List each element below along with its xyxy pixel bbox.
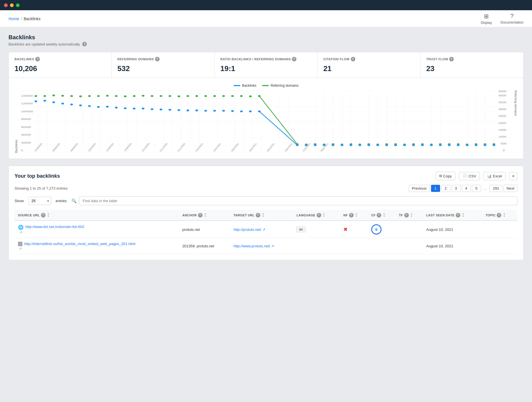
breadcrumb-current: Backlinks <box>24 16 40 21</box>
anchor-help[interactable]: ? <box>198 213 203 217</box>
metric-trust-value: 23 <box>426 64 517 73</box>
svg-text:0: 0 <box>503 149 505 152</box>
page-5[interactable]: 5 <box>472 185 481 192</box>
svg-text:120000: 120000 <box>21 102 33 105</box>
svg-text:500: 500 <box>501 142 507 145</box>
table-title: Your top backlinks <box>15 173 60 179</box>
nav-documentation[interactable]: ? Documentation <box>500 13 523 24</box>
legend-backlinks-color <box>234 85 240 86</box>
anchor-sort[interactable]: ▲ ▼ <box>204 213 207 217</box>
backlinks-help-icon[interactable]: ? <box>35 57 40 61</box>
referring-help-icon[interactable]: ? <box>155 57 160 61</box>
source-url-help[interactable]: ? <box>41 213 46 217</box>
chart-area: Backlinks 0 20000 40000 60000 <box>15 90 517 153</box>
svg-point-35 <box>178 96 180 98</box>
display-label: Display <box>481 21 492 25</box>
target-url-help[interactable]: ? <box>256 213 260 217</box>
svg-point-86 <box>186 109 189 111</box>
svg-point-78 <box>115 107 117 109</box>
page-3[interactable]: 3 <box>451 185 461 192</box>
ratio-help-icon[interactable]: ? <box>292 57 296 61</box>
table-controls-top: Showing 1 to 25 of 7,273 entries Previou… <box>15 185 517 192</box>
svg-point-28 <box>115 95 117 97</box>
metric-backlinks: BACKLINKS ? 10,206 <box>9 52 112 78</box>
show-select[interactable]: 10 25 50 100 <box>28 197 51 205</box>
svg-point-30 <box>133 95 135 97</box>
svg-point-100 <box>332 144 334 146</box>
tf-sort[interactable]: ▲ ▼ <box>411 213 413 217</box>
source-url-sort[interactable]: ▲ ▼ <box>47 213 50 217</box>
col-anchor: Anchor ? ▲ ▼ <box>179 210 230 221</box>
svg-point-71 <box>52 101 55 103</box>
nf-sort[interactable]: ▲ ▼ <box>355 213 358 217</box>
svg-point-96 <box>296 144 298 146</box>
last-seen-sort[interactable]: ▲ ▼ <box>462 213 464 217</box>
source-url-link[interactable]: http://internetfind.us/the_worlds_most_v… <box>24 242 135 246</box>
svg-point-75 <box>88 105 91 107</box>
svg-point-88 <box>204 110 207 112</box>
metric-ratio: RATIO BACKLINKS / REFERRING DOMAINS ? 19… <box>215 52 318 78</box>
show-select-wrapper: 10 25 50 100 <box>28 197 51 205</box>
traffic-light-green[interactable] <box>16 3 20 7</box>
metric-citation-flow: CITATION FLOW ? 21 <box>317 52 420 78</box>
svg-text:20000: 20000 <box>21 141 31 144</box>
language-help[interactable]: ? <box>317 213 321 217</box>
anchor-text: protuts.net <box>182 227 200 232</box>
traffic-light-yellow[interactable] <box>10 3 14 7</box>
page-1[interactable]: 1 <box>431 185 440 192</box>
cf-cell <box>368 238 396 254</box>
cf-help[interactable]: ? <box>377 213 381 217</box>
source-url-link[interactable]: http://www.list.net.in/domain-list-602 <box>25 225 84 229</box>
target-url-sort[interactable]: ▲ ▼ <box>262 213 264 217</box>
metric-citation-value: 21 <box>323 64 415 73</box>
svg-point-29 <box>124 96 126 98</box>
main-content: Backlinks Backlinks are updated weekly a… <box>0 27 532 267</box>
topic-sort[interactable]: ▲ ▼ <box>503 213 505 217</box>
tf-help[interactable]: ? <box>404 213 409 217</box>
search-input[interactable] <box>79 196 517 205</box>
page-prev[interactable]: Previous <box>409 185 430 192</box>
trust-help-icon[interactable]: ? <box>449 57 454 61</box>
target-url-link[interactable]: http://www.protuts.net/ ↗ <box>234 244 290 248</box>
svg-point-115 <box>466 144 468 146</box>
table-row: 🌐 ↗ http://www.list.net.in/domain-list-6… <box>15 221 517 238</box>
topic-cell <box>482 221 517 238</box>
nav-display[interactable]: ⊞ Display <box>481 13 492 25</box>
excel-button[interactable]: 📊 Excel <box>483 172 506 180</box>
svg-point-116 <box>475 144 477 146</box>
svg-point-31 <box>142 95 144 97</box>
csv-icon: 📄 <box>463 174 467 178</box>
nf-error-icon: ✖ <box>343 227 348 232</box>
traffic-light-red[interactable] <box>4 3 8 7</box>
source-url-cell: ↗ http://internetfind.us/the_worlds_most… <box>15 238 179 254</box>
svg-point-38 <box>204 95 207 97</box>
col-cf: CF ? ▲ ▼ <box>368 210 396 221</box>
target-url-link[interactable]: http://protuts.net/ ↗ <box>234 227 290 232</box>
col-target-url: Target URL ? ▲ ▼ <box>230 210 293 221</box>
menu-button[interactable]: ≡ <box>509 172 517 180</box>
breadcrumb-home[interactable]: Home <box>9 16 19 21</box>
metric-referring-domains: REFERRING DOMAINS ? 532 <box>112 52 215 78</box>
page-last[interactable]: 291 <box>490 185 502 192</box>
citation-help-icon[interactable]: ? <box>351 57 355 61</box>
svg-text:2000: 2000 <box>498 122 506 125</box>
svg-point-107 <box>394 144 397 146</box>
page-next[interactable]: Next <box>504 185 517 192</box>
nf-help[interactable]: ? <box>349 213 354 217</box>
last-seen-help[interactable]: ? <box>456 213 460 217</box>
entries-label: entries <box>56 199 67 203</box>
page-ellipsis: ... <box>482 185 489 192</box>
breadcrumb: Home / Backlinks <box>9 16 40 21</box>
page-2[interactable]: 2 <box>441 185 450 192</box>
svg-point-102 <box>350 144 352 146</box>
csv-button[interactable]: 📄 CSV <box>459 172 480 180</box>
subtitle-help-icon[interactable]: ? <box>82 42 87 46</box>
language-sort[interactable]: ▲ ▼ <box>323 213 325 217</box>
topic-help[interactable]: ? <box>497 213 501 217</box>
target-url-cell: http://protuts.net/ ↗ <box>230 221 293 238</box>
page-4[interactable]: 4 <box>462 185 471 192</box>
metric-backlinks-value: 10,206 <box>15 64 106 73</box>
cf-sort[interactable]: ▲ ▼ <box>383 213 385 217</box>
copy-button[interactable]: ⧉ Copy <box>436 172 455 180</box>
language-badge: en <box>296 227 305 232</box>
